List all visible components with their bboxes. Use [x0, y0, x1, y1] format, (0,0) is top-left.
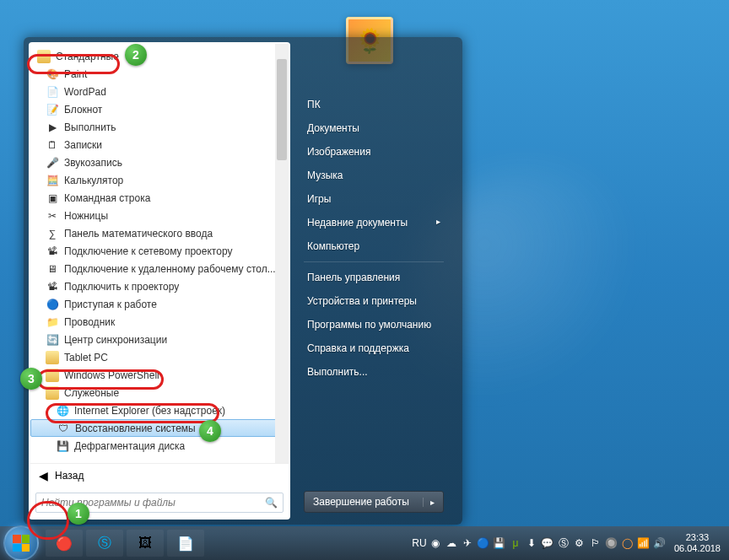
- program-item[interactable]: 📝Блокнот: [30, 100, 289, 118]
- taskbar-item-app[interactable]: 🖼: [127, 530, 164, 557]
- program-label: Paint: [64, 68, 87, 80]
- sub-program-item[interactable]: 🛡Восстановление системы: [30, 419, 289, 437]
- right-item-computer[interactable]: Компьютер: [304, 234, 444, 258]
- program-item[interactable]: 🎤Звукозапись: [30, 153, 289, 171]
- program-label: Дефрагментация диска: [74, 440, 185, 452]
- taskbar-item-notepad[interactable]: 📄: [167, 530, 204, 557]
- tray-flag-icon[interactable]: 🏳: [589, 536, 602, 550]
- program-item[interactable]: 🎨Paint: [30, 65, 289, 83]
- right-item-devices[interactable]: Устройства и принтеры: [304, 289, 444, 313]
- subfolder-item[interactable]: Служебные: [30, 384, 289, 401]
- program-label: Подключить к проектору: [64, 281, 179, 293]
- start-menu-left-panel: Стандартные 🎨Paint📄WordPad📝Блокнот▶Выпол…: [29, 42, 290, 520]
- program-label: Internet Explorer (без надстроек): [74, 405, 225, 417]
- subfolder-item[interactable]: Windows PowerShell: [30, 366, 289, 384]
- tray-telegram-icon[interactable]: ✈: [461, 536, 474, 550]
- tray-icon[interactable]: ☁: [445, 536, 458, 550]
- tray-skype-icon[interactable]: Ⓢ: [557, 536, 570, 550]
- clock-time: 23:33: [674, 532, 721, 543]
- program-item[interactable]: 🔄Центр синхронизации: [30, 331, 289, 348]
- app-icon: 📽: [46, 245, 59, 258]
- program-label: WordPad: [64, 86, 106, 98]
- tray-nvidia-icon[interactable]: ◉: [429, 536, 442, 550]
- program-item[interactable]: 📽Подключить к проектору: [30, 277, 289, 295]
- folder-accessories[interactable]: Стандартные: [30, 47, 289, 65]
- right-item-run[interactable]: Выполнить...: [304, 360, 444, 384]
- program-item[interactable]: ▶Выполнить: [30, 118, 289, 136]
- program-item[interactable]: 📁Проводник: [30, 313, 289, 331]
- program-label: Ножницы: [64, 210, 108, 222]
- right-item-pictures[interactable]: Изображения: [304, 140, 444, 164]
- scroll-thumb[interactable]: [277, 59, 287, 160]
- tray-icon[interactable]: ⬇: [525, 536, 538, 550]
- start-button[interactable]: [3, 525, 39, 560]
- taskbar-item-skype[interactable]: Ⓢ: [86, 530, 123, 557]
- tray-save-icon[interactable]: 💾: [493, 536, 506, 550]
- start-menu: Стандартные 🎨Paint📄WordPad📝Блокнот▶Выпол…: [24, 37, 462, 525]
- program-label: Калькулятор: [64, 175, 123, 186]
- tray-icon[interactable]: 💬: [541, 536, 554, 550]
- program-label: Центр синхронизации: [64, 334, 167, 346]
- folder-label: Стандартные: [56, 51, 119, 62]
- app-icon: ∑: [46, 227, 59, 240]
- app-icon: ▶: [46, 121, 59, 134]
- taskbar-item-opera[interactable]: 🔴: [46, 530, 83, 557]
- tray-network-icon[interactable]: 📶: [637, 536, 651, 550]
- program-label: Приступая к работе: [64, 299, 157, 310]
- shutdown-button[interactable]: Завершение работы: [304, 491, 444, 513]
- tray-icon[interactable]: 🔵: [477, 536, 490, 550]
- search-box[interactable]: 🔍: [35, 493, 284, 513]
- program-label: Записки: [64, 139, 102, 151]
- program-item[interactable]: ✂Ножницы: [30, 207, 289, 224]
- search-input[interactable]: [41, 497, 265, 509]
- program-item[interactable]: ∑Панель математического ввода: [30, 224, 289, 242]
- scrollbar[interactable]: [275, 44, 289, 463]
- back-button[interactable]: ◀ Назад: [30, 463, 289, 487]
- program-label: Звукозапись: [64, 157, 122, 169]
- right-item-help[interactable]: Справка и поддержка: [304, 337, 444, 360]
- program-item[interactable]: ▣Командная строка: [30, 189, 289, 207]
- app-icon: 📽: [46, 280, 59, 293]
- windows-logo-icon: [13, 535, 30, 552]
- sub-program-item[interactable]: 💾Дефрагментация диска: [30, 437, 289, 455]
- program-label: Командная строка: [64, 192, 150, 204]
- right-item-documents[interactable]: Документы: [304, 116, 444, 140]
- right-item-pc[interactable]: ПК: [304, 93, 444, 116]
- right-item-default-programs[interactable]: Программы по умолчанию: [304, 313, 444, 337]
- right-item-music[interactable]: Музыка: [304, 164, 444, 187]
- app-icon: 📝: [46, 103, 59, 116]
- app-icon: ▣: [46, 191, 59, 205]
- folder-label: Windows PowerShell: [64, 369, 159, 381]
- program-item[interactable]: 🧮Калькулятор: [30, 171, 289, 189]
- program-item[interactable]: 📄WordPad: [30, 83, 289, 100]
- app-icon: 🛡: [57, 422, 70, 435]
- lang-indicator[interactable]: RU: [413, 536, 426, 550]
- start-menu-right-panel: ПК Документы Изображения Музыка Игры Нед…: [290, 42, 457, 520]
- app-icon: 📁: [46, 315, 59, 329]
- program-item[interactable]: 🗒Записки: [30, 136, 289, 153]
- program-item[interactable]: 🔵Приступая к работе: [30, 295, 289, 313]
- app-icon: 🔄: [46, 333, 59, 347]
- app-icon: 🔵: [46, 298, 59, 311]
- program-label: Панель математического ввода: [64, 228, 213, 240]
- subfolder-item[interactable]: Tablet PC: [30, 348, 289, 366]
- clock[interactable]: 23:33 06.04.2018: [674, 532, 721, 554]
- separator: [304, 261, 444, 262]
- tray-utorrent-icon[interactable]: μ: [509, 536, 522, 550]
- sub-program-item[interactable]: 🌐Internet Explorer (без надстроек): [30, 401, 289, 419]
- right-item-games[interactable]: Игры: [304, 187, 444, 211]
- right-item-control-panel[interactable]: Панель управления: [304, 266, 444, 289]
- tray-opera-icon[interactable]: ◯: [621, 536, 634, 550]
- tray-volume-icon[interactable]: 🔊: [653, 536, 667, 550]
- program-label: Восстановление системы: [75, 423, 196, 434]
- right-item-recent[interactable]: Недавние документы: [304, 211, 444, 234]
- folder-label: Служебные: [64, 387, 119, 399]
- program-item[interactable]: 🖥Подключение к удаленному рабочему стол.…: [30, 260, 289, 277]
- tray-icon[interactable]: 🔘: [605, 536, 618, 550]
- program-list: Стандартные 🎨Paint📄WordPad📝Блокнот▶Выпол…: [30, 44, 289, 463]
- back-label: Назад: [55, 470, 84, 482]
- program-label: Блокнот: [64, 104, 102, 116]
- taskbar: 🔴 Ⓢ 🖼 📄 RU ◉ ☁ ✈ 🔵 💾 μ ⬇ 💬 Ⓢ ⚙ 🏳 🔘 ◯ 📶 🔊…: [0, 526, 729, 560]
- program-item[interactable]: 📽Подключение к сетевому проектору: [30, 242, 289, 260]
- tray-icon[interactable]: ⚙: [573, 536, 586, 550]
